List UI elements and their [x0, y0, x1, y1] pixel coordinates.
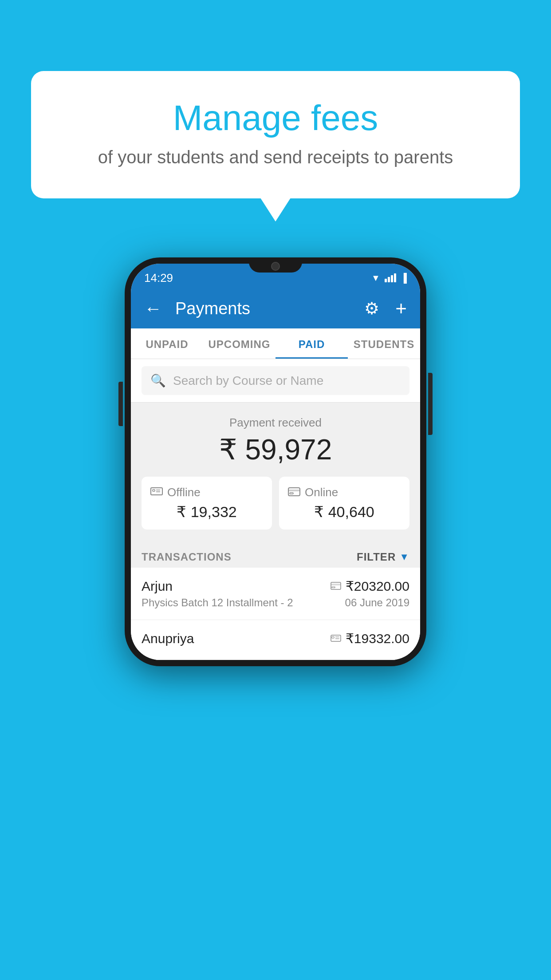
transactions-label: TRANSACTIONS: [142, 551, 232, 563]
signal-bar-1: [385, 279, 387, 282]
phone-screen: 14:29 ▼ ▐ ← Payments: [131, 264, 420, 660]
svg-rect-8: [331, 584, 341, 585]
phone-camera: [271, 262, 280, 271]
wifi-icon: ▼: [371, 273, 380, 283]
online-label: Online: [305, 486, 338, 499]
payment-total-amount: ₹ 59,972: [142, 433, 409, 466]
signal-bar-3: [391, 275, 393, 282]
online-payment-card: Online ₹ 40,640: [279, 477, 409, 530]
transaction-amount: ₹19332.00: [346, 631, 409, 646]
search-input[interactable]: Search by Course or Name: [173, 374, 323, 388]
speech-bubble-container: Manage fees of your students and send re…: [31, 71, 520, 198]
payment-cards: Offline ₹ 19,332: [142, 477, 409, 530]
svg-rect-4: [288, 488, 300, 496]
offline-label: Offline: [167, 486, 201, 499]
transaction-date: 06 June 2019: [345, 597, 409, 609]
back-button[interactable]: ←: [144, 299, 162, 319]
battery-icon: ▐: [401, 273, 407, 283]
add-button[interactable]: +: [395, 297, 407, 320]
speech-bubble: Manage fees of your students and send re…: [31, 71, 520, 198]
online-amount: ₹ 40,640: [288, 503, 401, 521]
transaction-detail-row: Physics Batch 12 Installment - 2 06 June…: [142, 597, 409, 609]
search-container: 🔍 Search by Course or Name: [131, 359, 420, 403]
bubble-title: Manage fees: [67, 98, 484, 138]
svg-rect-1: [153, 490, 155, 491]
search-icon: 🔍: [150, 373, 166, 388]
payment-summary: Payment received ₹ 59,972: [131, 403, 420, 542]
status-time: 14:29: [144, 271, 173, 285]
payment-received-label: Payment received: [142, 416, 409, 430]
status-icons: ▼ ▐: [371, 273, 407, 283]
online-card-header: Online: [288, 486, 401, 499]
phone-outer: 14:29 ▼ ▐ ← Payments: [125, 257, 426, 666]
app-header: ← Payments ⚙ +: [131, 288, 420, 328]
tabs-container: UNPAID UPCOMING PAID STUDENTS: [131, 328, 420, 359]
transaction-item: Arjun ₹20320.00: [131, 568, 420, 620]
phone-notch: [249, 257, 302, 273]
transaction-name: Anupriya: [142, 631, 194, 646]
transaction-row: Anupriya ₹193: [142, 631, 409, 646]
transaction-amount: ₹20320.00: [346, 578, 409, 594]
transaction-course: Physics Batch 12 Installment - 2: [142, 597, 293, 609]
settings-button[interactable]: ⚙: [364, 299, 379, 318]
tab-paid[interactable]: PAID: [276, 328, 348, 359]
svg-rect-9: [332, 587, 335, 588]
svg-rect-5: [288, 490, 300, 491]
phone-mockup: 14:29 ▼ ▐ ← Payments: [125, 257, 426, 666]
bubble-subtitle: of your students and send receipts to pa…: [67, 147, 484, 167]
transaction-list: Arjun ₹20320.00: [131, 568, 420, 660]
signal-bars: [385, 273, 396, 282]
svg-rect-11: [332, 636, 334, 638]
transaction-amount-container: ₹19332.00: [331, 631, 409, 646]
filter-icon: ▼: [399, 551, 409, 563]
offline-amount: ₹ 19,332: [150, 503, 263, 521]
signal-bar-4: [394, 273, 396, 282]
tab-students[interactable]: STUDENTS: [348, 328, 420, 359]
online-payment-icon: [331, 580, 341, 593]
transaction-name: Arjun: [142, 579, 173, 594]
transactions-header: TRANSACTIONS FILTER ▼: [131, 542, 420, 568]
filter-label: FILTER: [357, 551, 396, 563]
svg-rect-7: [331, 582, 341, 589]
signal-bar-2: [388, 277, 390, 282]
tab-unpaid[interactable]: UNPAID: [131, 328, 203, 359]
background: Manage fees of your students and send re…: [0, 0, 551, 980]
search-bar[interactable]: 🔍 Search by Course or Name: [142, 366, 409, 395]
svg-rect-6: [290, 493, 293, 494]
offline-payment-card: Offline ₹ 19,332: [142, 477, 272, 530]
offline-card-header: Offline: [150, 486, 263, 499]
filter-button[interactable]: FILTER ▼: [357, 551, 409, 563]
offline-payment-icon: [331, 632, 341, 645]
transaction-row: Arjun ₹20320.00: [142, 578, 409, 594]
header-title: Payments: [175, 299, 355, 318]
offline-icon: [150, 486, 163, 499]
transaction-amount-container: ₹20320.00: [331, 578, 409, 594]
transaction-item: Anupriya ₹193: [131, 620, 420, 660]
online-icon: [288, 486, 300, 499]
tab-upcoming[interactable]: UPCOMING: [203, 328, 276, 359]
